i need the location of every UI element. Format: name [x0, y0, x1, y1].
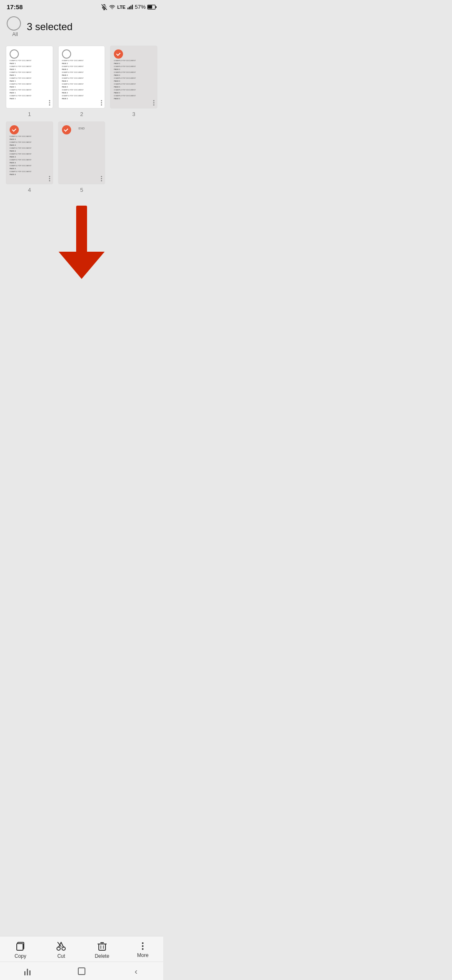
page-line: PAGE 2: [62, 92, 102, 94]
page-line: EXAMPLE PDF DOCUMENT: [10, 59, 49, 62]
mute-icon: [101, 4, 107, 10]
page-line: PAGE 1: [10, 86, 49, 88]
page-line: PAGE 3: [114, 62, 154, 64]
page-number-label: 5: [80, 187, 83, 193]
svg-rect-10: [76, 206, 87, 256]
page-line: EXAMPLE PDF DOCUMENT: [62, 89, 102, 91]
page-item-4[interactable]: EXAMPLE PDF DOCUMENTPAGE 4EXAMPLE PDF DO…: [6, 121, 53, 193]
page-line: EXAMPLE PDF DOCUMENT: [10, 71, 49, 73]
svg-rect-6: [132, 5, 133, 9]
page-line: EXAMPLE PDF DOCUMENT: [62, 83, 102, 85]
page-line: PAGE 1: [10, 68, 49, 70]
svg-rect-8: [155, 6, 157, 8]
page-thumb-2[interactable]: EXAMPLE PDF DOCUMENTPAGE 2EXAMPLE PDF DO…: [58, 46, 105, 108]
page-item-2[interactable]: EXAMPLE PDF DOCUMENTPAGE 2EXAMPLE PDF DO…: [58, 46, 105, 117]
arrow-indicator: [59, 206, 105, 281]
page-line: PAGE 3: [114, 98, 154, 100]
selection-count-title: 3 selected: [27, 21, 72, 33]
page-line: EXAMPLE PDF DOCUMENT: [114, 83, 154, 85]
page-line: EXAMPLE PDF DOCUMENT: [10, 95, 49, 97]
page-number-label: 1: [28, 111, 31, 117]
page-line: PAGE 2: [62, 98, 102, 100]
page-thumb-5[interactable]: END: [58, 121, 105, 184]
page-line: EXAMPLE PDF DOCUMENT: [10, 65, 49, 67]
page-line: EXAMPLE PDF DOCUMENT: [114, 59, 154, 62]
page-line: EXAMPLE PDF DOCUMENT: [114, 65, 154, 67]
page-item-1[interactable]: EXAMPLE PDF DOCUMENTPAGE 1EXAMPLE PDF DO…: [6, 46, 53, 117]
page-line: PAGE 2: [62, 68, 102, 70]
page-more-dots[interactable]: [153, 100, 154, 106]
page-number-label: 3: [132, 111, 135, 117]
pages-grid-row2: EXAMPLE PDF DOCUMENTPAGE 4EXAMPLE PDF DO…: [0, 121, 163, 197]
page-circle-1: [10, 49, 19, 59]
page-line: EXAMPLE PDF DOCUMENT: [10, 147, 49, 149]
page-line: EXAMPLE PDF DOCUMENT: [62, 77, 102, 79]
page-line: PAGE 1: [10, 74, 49, 76]
page-line: PAGE 2: [62, 86, 102, 88]
page-line: EXAMPLE PDF DOCUMENT: [10, 153, 49, 155]
page-more-dots[interactable]: [101, 176, 102, 181]
page-more-dots[interactable]: [49, 176, 50, 181]
page-line: PAGE 1: [10, 92, 49, 94]
page-line: EXAMPLE PDF DOCUMENT: [114, 95, 154, 97]
page-line: EXAMPLE PDF DOCUMENT: [10, 165, 49, 167]
page-thumb-3[interactable]: EXAMPLE PDF DOCUMENTPAGE 3EXAMPLE PDF DO…: [110, 46, 157, 108]
page-line: PAGE 1: [10, 62, 49, 64]
page-thumb-4[interactable]: EXAMPLE PDF DOCUMENTPAGE 4EXAMPLE PDF DO…: [6, 121, 53, 184]
page-line: PAGE 1: [10, 98, 49, 100]
page-line: PAGE 4: [10, 173, 49, 175]
wifi-icon: [109, 4, 116, 10]
battery-text: 57%: [135, 4, 146, 10]
page-line: PAGE 2: [62, 80, 102, 82]
page-line: PAGE 4: [10, 144, 49, 146]
select-all-label: All: [12, 31, 18, 37]
page-item-5[interactable]: END5: [58, 121, 105, 193]
page-line: PAGE 2: [62, 62, 102, 64]
page-line: PAGE 3: [114, 68, 154, 70]
page-line: EXAMPLE PDF DOCUMENT: [62, 95, 102, 97]
page-number-label: 2: [80, 111, 83, 117]
page-line: EXAMPLE PDF DOCUMENT: [10, 170, 49, 173]
page-line: PAGE 4: [10, 156, 49, 158]
svg-rect-9: [148, 5, 152, 8]
page-line: PAGE 4: [10, 168, 49, 170]
page-more-dots[interactable]: [49, 100, 50, 106]
page-placeholder: [110, 121, 157, 193]
page-number-label: 4: [28, 187, 31, 193]
pages-grid-row1: EXAMPLE PDF DOCUMENTPAGE 1EXAMPLE PDF DO…: [0, 41, 163, 121]
svg-rect-4: [129, 6, 130, 9]
page-line: PAGE 4: [10, 138, 49, 140]
page-line: EXAMPLE PDF DOCUMENT: [10, 89, 49, 91]
page-thumb-1[interactable]: EXAMPLE PDF DOCUMENTPAGE 1EXAMPLE PDF DO…: [6, 46, 53, 108]
page-line: EXAMPLE PDF DOCUMENT: [114, 89, 154, 91]
page-line: PAGE 3: [114, 86, 154, 88]
page-line: EXAMPLE PDF DOCUMENT: [114, 71, 154, 73]
select-all-button[interactable]: [7, 16, 21, 31]
page-line: EXAMPLE PDF DOCUMENT: [62, 71, 102, 73]
page-line: EXAMPLE PDF DOCUMENT: [10, 159, 49, 161]
page-line: EXAMPLE PDF DOCUMENT: [10, 135, 49, 137]
page-circle-2: [62, 49, 71, 59]
page-check-5: [62, 125, 71, 134]
svg-rect-3: [128, 8, 128, 9]
page-line: EXAMPLE PDF DOCUMENT: [114, 77, 154, 79]
page-item-3[interactable]: EXAMPLE PDF DOCUMENTPAGE 3EXAMPLE PDF DO…: [110, 46, 157, 117]
signal-bars-icon: [127, 4, 133, 10]
page-more-dots[interactable]: [101, 100, 102, 106]
page-line: PAGE 3: [114, 80, 154, 82]
svg-marker-11: [59, 252, 105, 279]
status-bar: 17:58 LTE 57%: [0, 0, 163, 12]
page-line: EXAMPLE PDF DOCUMENT: [10, 83, 49, 85]
svg-rect-5: [131, 5, 131, 9]
status-icons: LTE 57%: [101, 4, 157, 10]
signal-text: LTE: [117, 5, 126, 10]
header: All 3 selected: [0, 12, 163, 41]
page-line: PAGE 3: [114, 92, 154, 94]
page-line: EXAMPLE PDF DOCUMENT: [10, 77, 49, 79]
page-line: EXAMPLE PDF DOCUMENT: [62, 65, 102, 67]
page-line: PAGE 4: [10, 150, 49, 152]
page-line: PAGE 1: [10, 80, 49, 82]
battery-icon: [147, 5, 157, 10]
page-line: EXAMPLE PDF DOCUMENT: [10, 141, 49, 143]
page-line: PAGE 3: [114, 74, 154, 76]
